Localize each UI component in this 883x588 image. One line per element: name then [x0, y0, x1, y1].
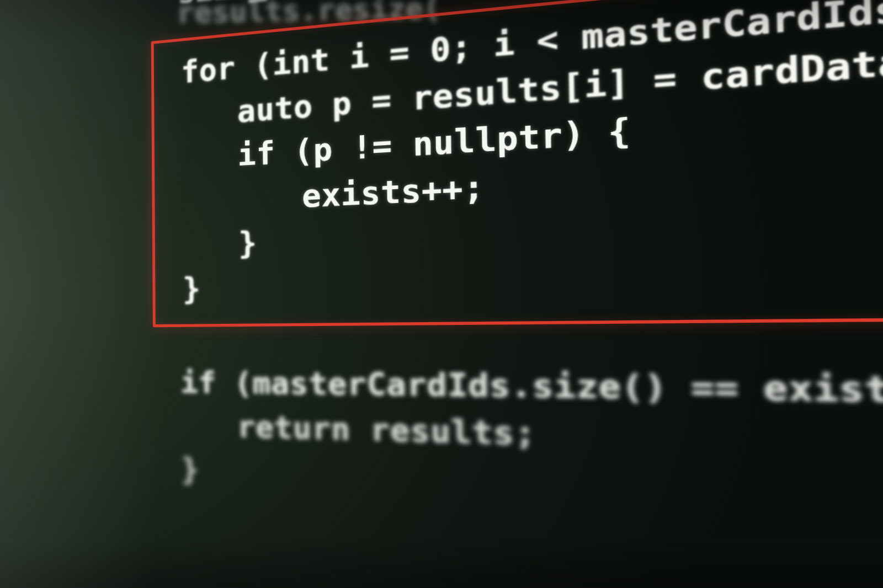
- code-editor-view: results.resize( size_t exists = 0; for (…: [93, 0, 883, 552]
- code-highlight-box: for (int i = 0; i < masterCardIds.size()…: [151, 0, 883, 327]
